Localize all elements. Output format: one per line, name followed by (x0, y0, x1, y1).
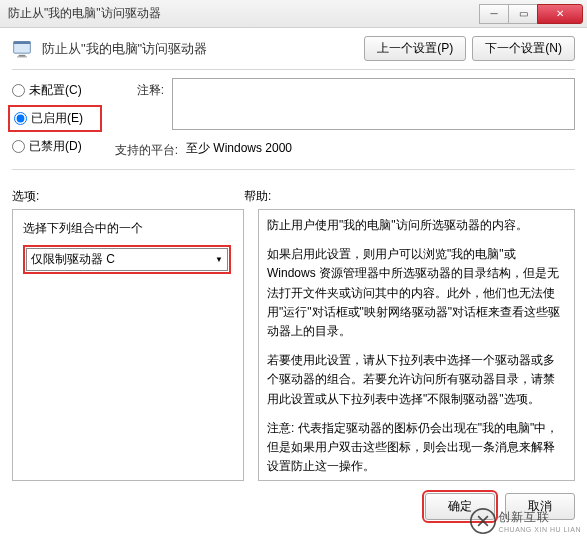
maximize-button[interactable]: ▭ (508, 4, 538, 24)
radio-enabled[interactable]: 已启用(E) (12, 109, 98, 128)
platform-value: 至少 Windows 2000 (186, 138, 575, 159)
help-panel[interactable]: 防止用户使用"我的电脑"访问所选驱动器的内容。 如果启用此设置，则用户可以浏览"… (258, 209, 575, 481)
radio-disabled[interactable]: 已禁用(D) (12, 138, 98, 155)
section-labels: 选项: 帮助: (12, 188, 575, 205)
radio-not-configured-label: 未配置(C) (29, 82, 82, 99)
titlebar: 防止从"我的电脑"访问驱动器 ─ ▭ ✕ (0, 0, 587, 28)
minimize-button[interactable]: ─ (479, 4, 509, 24)
radio-not-configured[interactable]: 未配置(C) (12, 82, 98, 99)
help-paragraph: 如果启用此设置，则用户可以浏览"我的电脑"或 Windows 资源管理器中所选驱… (267, 245, 566, 341)
close-button[interactable]: ✕ (537, 4, 583, 24)
policy-icon (12, 39, 32, 59)
next-setting-button[interactable]: 下一个设置(N) (472, 36, 575, 61)
comment-row: 注释: (108, 78, 575, 130)
svg-rect-2 (19, 54, 26, 56)
help-paragraph: 若要使用此设置，请从下拉列表中选择一个驱动器或多个驱动器的组合。若要允许访问所有… (267, 351, 566, 409)
content-area: 防止从"我的电脑"访问驱动器 上一个设置(P) 下一个设置(N) 未配置(C) … (0, 28, 587, 483)
svg-rect-3 (17, 56, 27, 57)
comment-label: 注释: (108, 78, 164, 99)
comment-input[interactable] (172, 78, 575, 130)
help-label: 帮助: (244, 189, 271, 203)
lower-panels: 选择下列组合中的一个 仅限制驱动器 C ▼ 防止用户使用"我的电脑"访问所选驱动… (12, 209, 575, 481)
watermark: 创新互联 CHUANG XIN HU LIAN (470, 508, 581, 534)
divider (12, 69, 575, 70)
svg-rect-1 (14, 41, 31, 44)
options-label: 选项: (12, 189, 39, 203)
header-row: 防止从"我的电脑"访问驱动器 上一个设置(P) 下一个设置(N) (12, 36, 575, 61)
radio-column: 未配置(C) 已启用(E) 已禁用(D) (12, 78, 98, 165)
drive-combo[interactable]: 仅限制驱动器 C ▼ (26, 248, 228, 271)
options-panel: 选择下列组合中的一个 仅限制驱动器 C ▼ (12, 209, 244, 481)
help-paragraph: 防止用户使用"我的电脑"访问所选驱动器的内容。 (267, 216, 566, 235)
watermark-text: 创新互联 (498, 509, 581, 526)
config-area: 未配置(C) 已启用(E) 已禁用(D) 注释: 支持的平台: 至少 Windo… (12, 78, 575, 165)
drive-combo-value: 仅限制驱动器 C (31, 251, 115, 268)
radio-not-configured-input[interactable] (12, 84, 25, 97)
watermark-subtext: CHUANG XIN HU LIAN (498, 526, 581, 533)
drive-combo-highlight: 仅限制驱动器 C ▼ (23, 245, 231, 274)
options-panel-label: 选择下列组合中的一个 (23, 220, 233, 237)
radio-enabled-input[interactable] (14, 112, 27, 125)
help-paragraph: 注意: 代表指定驱动器的图标仍会出现在"我的电脑"中，但是如果用户双击这些图标，… (267, 419, 566, 477)
radio-disabled-input[interactable] (12, 140, 25, 153)
window-controls: ─ ▭ ✕ (480, 4, 583, 24)
chevron-down-icon: ▼ (215, 255, 223, 264)
prev-setting-button[interactable]: 上一个设置(P) (364, 36, 466, 61)
window-title: 防止从"我的电脑"访问驱动器 (8, 5, 480, 22)
page-title: 防止从"我的电脑"访问驱动器 (42, 40, 354, 58)
platform-label: 支持的平台: (108, 138, 178, 159)
watermark-icon (470, 508, 496, 534)
divider-2 (12, 169, 575, 170)
platform-row: 支持的平台: 至少 Windows 2000 (108, 138, 575, 159)
radio-enabled-label: 已启用(E) (31, 110, 83, 127)
radio-disabled-label: 已禁用(D) (29, 138, 82, 155)
